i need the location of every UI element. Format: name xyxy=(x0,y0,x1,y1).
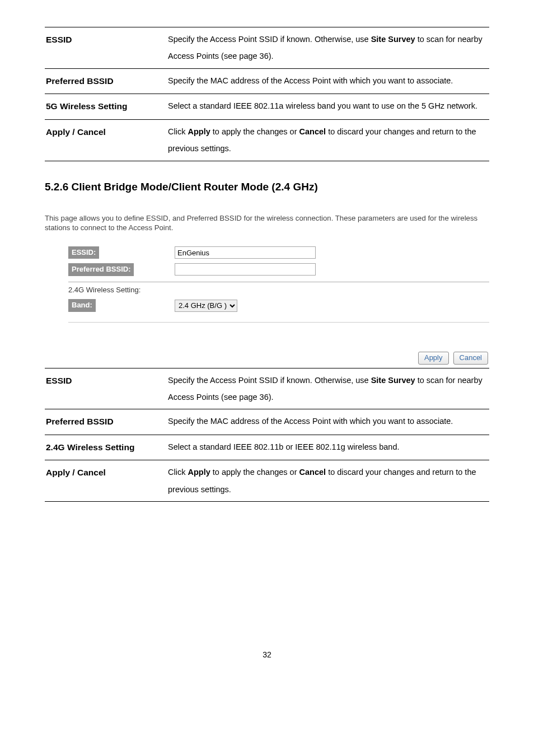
term-cell: Apply / Cancel xyxy=(45,460,167,502)
term-cell: 2.4G Wireless Setting xyxy=(45,435,167,460)
term-cell: Apply / Cancel xyxy=(45,119,167,161)
essid-input[interactable] xyxy=(175,246,316,259)
desc-cell: Specify the Access Point SSID if known. … xyxy=(167,368,489,409)
divider xyxy=(68,322,489,323)
settings-form: ESSID: Preferred BSSID: 2.4G Wireless Se… xyxy=(45,241,489,328)
term-cell: ESSID xyxy=(45,27,167,69)
section-heading: 5.2.6 Client Bridge Mode/Client Router M… xyxy=(45,180,489,194)
desc-cell: Specify the Access Point SSID if known. … xyxy=(167,27,489,69)
desc-cell: Specify the MAC address of the Access Po… xyxy=(167,409,489,435)
term-cell: Preferred BSSID xyxy=(45,68,167,94)
cancel-button[interactable]: Cancel xyxy=(453,352,488,365)
apply-button[interactable]: Apply xyxy=(418,352,449,365)
desc-cell: Specify the MAC address of the Access Po… xyxy=(167,68,489,94)
term-cell: 5G Wireless Setting xyxy=(45,94,167,120)
wireless-setting-heading: 2.4G Wireless Setting: xyxy=(68,284,489,297)
desc-cell: Click Apply to apply the changes or Canc… xyxy=(167,119,489,161)
band-label: Band: xyxy=(68,299,96,311)
definition-table-2: ESSID Specify the Access Point SSID if k… xyxy=(45,368,489,502)
preferred-bssid-label: Preferred BSSID: xyxy=(68,263,134,276)
desc-cell: Click Apply to apply the changes or Canc… xyxy=(167,460,489,502)
term-cell: ESSID xyxy=(45,368,167,409)
page-number: 32 xyxy=(45,515,489,660)
desc-cell: Select a standard IEEE 802.11a wireless … xyxy=(167,94,489,120)
divider xyxy=(68,282,489,282)
band-select[interactable]: 2.4 GHz (B/G ) xyxy=(175,300,237,312)
button-row: Apply Cancel xyxy=(45,332,489,368)
intro-text: This page allows you to define ESSID, an… xyxy=(45,213,489,234)
essid-label: ESSID: xyxy=(68,246,99,259)
definition-table-1: ESSID Specify the Access Point SSID if k… xyxy=(45,27,489,161)
preferred-bssid-input[interactable] xyxy=(175,263,316,276)
desc-cell: Select a standard IEEE 802.11b or IEEE 8… xyxy=(167,435,489,460)
term-cell: Preferred BSSID xyxy=(45,409,167,435)
